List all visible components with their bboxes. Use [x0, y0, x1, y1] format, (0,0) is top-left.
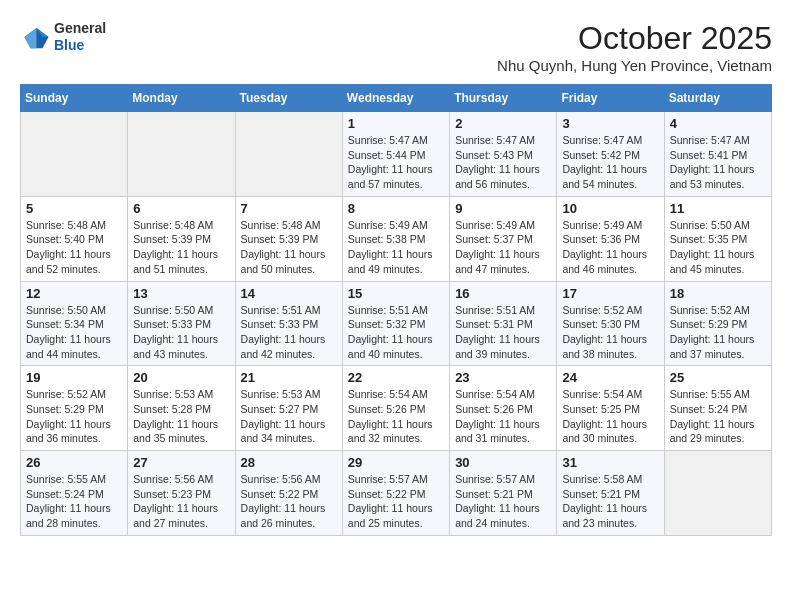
day-info: Sunrise: 5:49 AM Sunset: 5:37 PM Dayligh… — [455, 218, 551, 277]
day-number: 23 — [455, 370, 551, 385]
calendar-week-row: 12Sunrise: 5:50 AM Sunset: 5:34 PM Dayli… — [21, 281, 772, 366]
day-number: 5 — [26, 201, 122, 216]
day-number: 19 — [26, 370, 122, 385]
day-number: 15 — [348, 286, 444, 301]
day-info: Sunrise: 5:47 AM Sunset: 5:41 PM Dayligh… — [670, 133, 766, 192]
day-info: Sunrise: 5:48 AM Sunset: 5:39 PM Dayligh… — [133, 218, 229, 277]
location: Nhu Quynh, Hung Yen Province, Vietnam — [497, 57, 772, 74]
day-info: Sunrise: 5:52 AM Sunset: 5:30 PM Dayligh… — [562, 303, 658, 362]
day-info: Sunrise: 5:57 AM Sunset: 5:22 PM Dayligh… — [348, 472, 444, 531]
day-info: Sunrise: 5:58 AM Sunset: 5:21 PM Dayligh… — [562, 472, 658, 531]
day-info: Sunrise: 5:54 AM Sunset: 5:26 PM Dayligh… — [455, 387, 551, 446]
calendar-cell: 15Sunrise: 5:51 AM Sunset: 5:32 PM Dayli… — [342, 281, 449, 366]
title-block: October 2025 Nhu Quynh, Hung Yen Provinc… — [497, 20, 772, 74]
day-number: 31 — [562, 455, 658, 470]
day-number: 29 — [348, 455, 444, 470]
calendar-cell: 22Sunrise: 5:54 AM Sunset: 5:26 PM Dayli… — [342, 366, 449, 451]
day-number: 27 — [133, 455, 229, 470]
calendar-week-row: 26Sunrise: 5:55 AM Sunset: 5:24 PM Dayli… — [21, 451, 772, 536]
day-number: 26 — [26, 455, 122, 470]
logo: General Blue — [20, 20, 106, 54]
day-info: Sunrise: 5:50 AM Sunset: 5:34 PM Dayligh… — [26, 303, 122, 362]
weekday-header: Monday — [128, 85, 235, 112]
day-info: Sunrise: 5:55 AM Sunset: 5:24 PM Dayligh… — [670, 387, 766, 446]
calendar-cell: 25Sunrise: 5:55 AM Sunset: 5:24 PM Dayli… — [664, 366, 771, 451]
day-info: Sunrise: 5:47 AM Sunset: 5:43 PM Dayligh… — [455, 133, 551, 192]
day-info: Sunrise: 5:52 AM Sunset: 5:29 PM Dayligh… — [670, 303, 766, 362]
day-number: 22 — [348, 370, 444, 385]
calendar-cell: 9Sunrise: 5:49 AM Sunset: 5:37 PM Daylig… — [450, 196, 557, 281]
weekday-header: Friday — [557, 85, 664, 112]
logo-icon — [20, 22, 50, 52]
day-number: 9 — [455, 201, 551, 216]
calendar-cell: 24Sunrise: 5:54 AM Sunset: 5:25 PM Dayli… — [557, 366, 664, 451]
day-number: 8 — [348, 201, 444, 216]
calendar-cell: 11Sunrise: 5:50 AM Sunset: 5:35 PM Dayli… — [664, 196, 771, 281]
day-info: Sunrise: 5:53 AM Sunset: 5:28 PM Dayligh… — [133, 387, 229, 446]
calendar-cell: 27Sunrise: 5:56 AM Sunset: 5:23 PM Dayli… — [128, 451, 235, 536]
calendar-cell: 29Sunrise: 5:57 AM Sunset: 5:22 PM Dayli… — [342, 451, 449, 536]
day-info: Sunrise: 5:51 AM Sunset: 5:33 PM Dayligh… — [241, 303, 337, 362]
weekday-row: SundayMondayTuesdayWednesdayThursdayFrid… — [21, 85, 772, 112]
day-info: Sunrise: 5:55 AM Sunset: 5:24 PM Dayligh… — [26, 472, 122, 531]
day-info: Sunrise: 5:57 AM Sunset: 5:21 PM Dayligh… — [455, 472, 551, 531]
calendar-cell: 18Sunrise: 5:52 AM Sunset: 5:29 PM Dayli… — [664, 281, 771, 366]
weekday-header: Saturday — [664, 85, 771, 112]
day-info: Sunrise: 5:56 AM Sunset: 5:22 PM Dayligh… — [241, 472, 337, 531]
calendar-cell: 10Sunrise: 5:49 AM Sunset: 5:36 PM Dayli… — [557, 196, 664, 281]
calendar-cell: 1Sunrise: 5:47 AM Sunset: 5:44 PM Daylig… — [342, 112, 449, 197]
calendar-cell: 8Sunrise: 5:49 AM Sunset: 5:38 PM Daylig… — [342, 196, 449, 281]
day-info: Sunrise: 5:47 AM Sunset: 5:44 PM Dayligh… — [348, 133, 444, 192]
calendar-header: SundayMondayTuesdayWednesdayThursdayFrid… — [21, 85, 772, 112]
day-info: Sunrise: 5:48 AM Sunset: 5:40 PM Dayligh… — [26, 218, 122, 277]
day-number: 28 — [241, 455, 337, 470]
day-number: 13 — [133, 286, 229, 301]
page-header: General Blue October 2025 Nhu Quynh, Hun… — [20, 20, 772, 74]
weekday-header: Tuesday — [235, 85, 342, 112]
calendar: SundayMondayTuesdayWednesdayThursdayFrid… — [20, 84, 772, 536]
day-info: Sunrise: 5:48 AM Sunset: 5:39 PM Dayligh… — [241, 218, 337, 277]
weekday-header: Thursday — [450, 85, 557, 112]
day-info: Sunrise: 5:52 AM Sunset: 5:29 PM Dayligh… — [26, 387, 122, 446]
calendar-cell: 14Sunrise: 5:51 AM Sunset: 5:33 PM Dayli… — [235, 281, 342, 366]
calendar-cell: 20Sunrise: 5:53 AM Sunset: 5:28 PM Dayli… — [128, 366, 235, 451]
calendar-cell: 23Sunrise: 5:54 AM Sunset: 5:26 PM Dayli… — [450, 366, 557, 451]
calendar-cell: 2Sunrise: 5:47 AM Sunset: 5:43 PM Daylig… — [450, 112, 557, 197]
calendar-cell: 6Sunrise: 5:48 AM Sunset: 5:39 PM Daylig… — [128, 196, 235, 281]
day-number: 1 — [348, 116, 444, 131]
calendar-cell: 21Sunrise: 5:53 AM Sunset: 5:27 PM Dayli… — [235, 366, 342, 451]
day-info: Sunrise: 5:49 AM Sunset: 5:36 PM Dayligh… — [562, 218, 658, 277]
day-info: Sunrise: 5:51 AM Sunset: 5:32 PM Dayligh… — [348, 303, 444, 362]
calendar-cell: 7Sunrise: 5:48 AM Sunset: 5:39 PM Daylig… — [235, 196, 342, 281]
calendar-cell: 16Sunrise: 5:51 AM Sunset: 5:31 PM Dayli… — [450, 281, 557, 366]
calendar-cell: 17Sunrise: 5:52 AM Sunset: 5:30 PM Dayli… — [557, 281, 664, 366]
calendar-week-row: 5Sunrise: 5:48 AM Sunset: 5:40 PM Daylig… — [21, 196, 772, 281]
day-number: 10 — [562, 201, 658, 216]
calendar-cell: 28Sunrise: 5:56 AM Sunset: 5:22 PM Dayli… — [235, 451, 342, 536]
day-number: 16 — [455, 286, 551, 301]
calendar-cell: 3Sunrise: 5:47 AM Sunset: 5:42 PM Daylig… — [557, 112, 664, 197]
day-number: 17 — [562, 286, 658, 301]
day-number: 6 — [133, 201, 229, 216]
day-info: Sunrise: 5:47 AM Sunset: 5:42 PM Dayligh… — [562, 133, 658, 192]
day-number: 12 — [26, 286, 122, 301]
calendar-cell: 5Sunrise: 5:48 AM Sunset: 5:40 PM Daylig… — [21, 196, 128, 281]
day-info: Sunrise: 5:50 AM Sunset: 5:35 PM Dayligh… — [670, 218, 766, 277]
day-number: 24 — [562, 370, 658, 385]
calendar-cell — [235, 112, 342, 197]
day-info: Sunrise: 5:54 AM Sunset: 5:26 PM Dayligh… — [348, 387, 444, 446]
svg-marker-2 — [25, 28, 37, 48]
calendar-cell — [128, 112, 235, 197]
day-info: Sunrise: 5:54 AM Sunset: 5:25 PM Dayligh… — [562, 387, 658, 446]
weekday-header: Sunday — [21, 85, 128, 112]
logo-text: General Blue — [54, 20, 106, 54]
day-number: 25 — [670, 370, 766, 385]
day-number: 18 — [670, 286, 766, 301]
day-number: 2 — [455, 116, 551, 131]
month-title: October 2025 — [497, 20, 772, 57]
day-number: 4 — [670, 116, 766, 131]
calendar-cell — [664, 451, 771, 536]
day-number: 14 — [241, 286, 337, 301]
day-number: 7 — [241, 201, 337, 216]
day-info: Sunrise: 5:56 AM Sunset: 5:23 PM Dayligh… — [133, 472, 229, 531]
